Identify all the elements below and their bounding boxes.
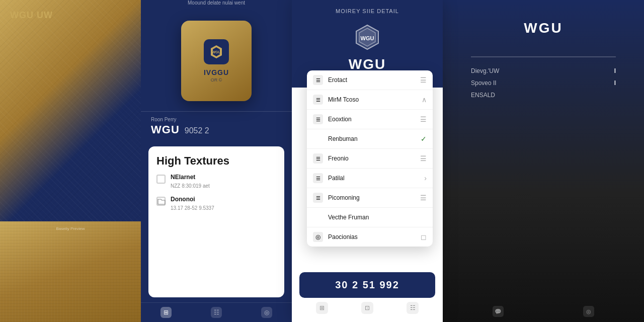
center-left-panel: Moound delate nulai went WGU IVGGU OR © … — [141, 0, 292, 322]
dropdown-text-5: Patilal — [328, 175, 419, 182]
right-divider — [471, 56, 616, 57]
item-1-detail: NZZ 8:30:019 aet — [171, 183, 210, 189]
dropdown-item-patilal[interactable]: ☰ Patilal › — [307, 169, 433, 188]
nav-item-profile[interactable]: ◎ — [261, 307, 272, 318]
dropdown-item-eooxtion[interactable]: ☰ Eooxtion ☰ — [307, 110, 433, 129]
content-item-1: NElarnet NZZ 8:30:019 aet — [156, 174, 276, 190]
right-value-2: I — [614, 79, 616, 87]
dropdown-action-8: ◻ — [421, 233, 427, 241]
right-nav-chat[interactable]: 💬 — [493, 306, 504, 317]
dropdown-icon-3 — [313, 134, 323, 144]
center-panel: MOIREY SIIE DETAIL WGU WGU ☰ Erotact ☰ ☰… — [292, 0, 443, 322]
right-row-3: ENSALD — [471, 92, 616, 99]
dropdown-action-5: › — [424, 174, 427, 182]
center-nav: ⊞ ⊡ ☷ — [299, 298, 435, 316]
home-icon: ⊞ — [160, 307, 172, 318]
center-left-subtitle: Moound delate nulai went — [141, 0, 292, 6]
center-nav-item-2[interactable]: ⊡ — [361, 302, 373, 314]
phone-card-text: IVGGU — [204, 68, 229, 76]
dropdown-text-3: Renbuman — [328, 135, 416, 142]
dropdown-item-vecthe: Vecthe Fruman — [307, 208, 433, 227]
file-icon — [156, 175, 166, 184]
dropdown-item-picomoning[interactable]: ☰ Picomoning ☰ — [307, 188, 433, 208]
left-panel: WGU UW Baseity Preview — [0, 0, 141, 322]
dropdown-action-3: ✓ — [421, 135, 427, 143]
dropdown-icon-8: ◎ — [313, 232, 323, 242]
right-label-3: ENSALD — [471, 92, 495, 99]
dropdown-item-freonio[interactable]: ☰ Freonio ☰ — [307, 149, 433, 169]
right-row-1: Dievg.'UW I — [471, 67, 616, 74]
user-id: 9052 2 — [185, 126, 209, 135]
dropdown-icon-4: ☰ — [313, 153, 323, 164]
right-value-1: I — [614, 67, 616, 74]
dropdown-item-renbuman[interactable]: Renbuman ✓ — [307, 129, 433, 149]
dropdown-text-2: Eooxtion — [328, 116, 415, 123]
dropdown-action-1: ∧ — [422, 96, 427, 104]
phone-card-sub: OR © — [211, 77, 222, 83]
right-row-2: Spoveo II I — [471, 79, 616, 87]
dropdown-item-mirm[interactable]: ☰ MirM Tcoso ∧ — [307, 90, 433, 110]
dropdown-text-6: Picomoning — [328, 194, 415, 201]
center-nav-icon-3: ☷ — [407, 302, 419, 314]
dropdown-action-0: ☰ — [420, 76, 427, 84]
user-label: Roon Perry — [151, 117, 282, 122]
item-2-detail: 13.17 28-52 9.5337 — [171, 205, 214, 211]
content-item-2-text: Dononoi 13.17 28-52 9.5337 — [171, 196, 214, 212]
dropdown-item-erotact[interactable]: ☰ Erotact ☰ — [307, 70, 433, 90]
right-logo: WGU — [524, 20, 562, 36]
content-section: High Textures NElarnet NZZ 8:30:019 aet … — [148, 146, 284, 297]
content-item-2: Dononoi 13.17 28-52 9.5337 — [156, 196, 276, 212]
user-name: WGU — [151, 123, 180, 136]
dropdown-text-1: MirM Tcoso — [328, 96, 417, 103]
list-icon: ☷ — [211, 307, 222, 318]
user-info: Roon Perry WGU 9052 2 — [141, 111, 292, 141]
bottom-nav: ⊞ ☷ ◎ — [141, 302, 292, 322]
amount-button[interactable]: 30 2 51 992 — [299, 272, 435, 298]
left-panel-bottom-text: Baseity Preview — [0, 221, 141, 236]
dropdown-icon-0: ☰ — [313, 75, 323, 85]
dropdown-action-6: ☰ — [420, 194, 427, 202]
dropdown-text-0: Erotact — [328, 76, 415, 84]
chat-icon: 💬 — [493, 306, 504, 317]
right-nav-circle[interactable]: ◎ — [583, 306, 594, 317]
svg-text:WGU: WGU — [212, 50, 220, 54]
dropdown-text-4: Freonio — [328, 155, 415, 162]
content-item-1-text: NElarnet NZZ 8:30:019 aet — [171, 174, 210, 190]
center-nav-item-3[interactable]: ☷ — [407, 302, 419, 314]
phone-card: WGU IVGGU OR © — [181, 21, 252, 101]
center-nav-icon-1: ⊞ — [316, 302, 328, 314]
dropdown-item-paocionias[interactable]: ◎ Paocionias ◻ — [307, 227, 433, 247]
dropdown-text-7: Vecthe Fruman — [328, 214, 427, 221]
phone-card-logo: WGU — [204, 39, 229, 64]
right-panel: WGU Dievg.'UW I Spoveo II I ENSALD 💬 ◎ — [443, 0, 644, 322]
content-title: High Textures — [156, 154, 276, 168]
center-nav-icon-2: ⊡ — [361, 302, 373, 314]
right-bottom-nav: 💬 ◎ — [443, 306, 644, 317]
nav-item-home[interactable]: ⊞ — [160, 307, 172, 318]
wgu-logo-icon: WGU — [209, 44, 224, 59]
dropdown-text-8: Paocionias — [328, 233, 416, 240]
left-panel-header: WGU UW — [0, 0, 141, 31]
circle-icon: ◎ — [583, 306, 594, 317]
dropdown-menu: ☰ Erotact ☰ ☰ MirM Tcoso ∧ ☰ Eooxtion ☰ … — [307, 70, 433, 247]
center-logo-area: WGU WGU — [302, 22, 433, 72]
dropdown-icon-6: ☰ — [313, 193, 323, 203]
dropdown-icon-2: ☰ — [313, 114, 323, 124]
center-logo-icon: WGU — [352, 22, 382, 52]
dropdown-action-4: ☰ — [420, 154, 427, 163]
left-panel-title: WGU UW — [10, 10, 131, 21]
item-2-name: Dononoi — [171, 196, 214, 203]
center-nav-item-1[interactable]: ⊞ — [316, 302, 328, 314]
nav-item-list[interactable]: ☷ — [211, 307, 222, 318]
center-bottom: 30 2 51 992 ⊞ ⊡ ☷ — [292, 266, 443, 322]
dropdown-action-2: ☰ — [420, 115, 427, 123]
wgu-center-logo-icon: WGU — [353, 23, 381, 51]
dropdown-icon-5: ☰ — [313, 173, 323, 183]
right-label-2: Spoveo II — [471, 79, 497, 87]
dropdown-icon-1: ☰ — [313, 95, 323, 105]
leather-texture: Baseity Preview — [0, 221, 141, 322]
right-label-1: Dievg.'UW — [471, 67, 499, 74]
dropdown-icon-7 — [313, 212, 323, 222]
center-header-title: MOIREY SIIE DETAIL — [302, 8, 433, 14]
svg-text:WGU: WGU — [361, 35, 374, 41]
